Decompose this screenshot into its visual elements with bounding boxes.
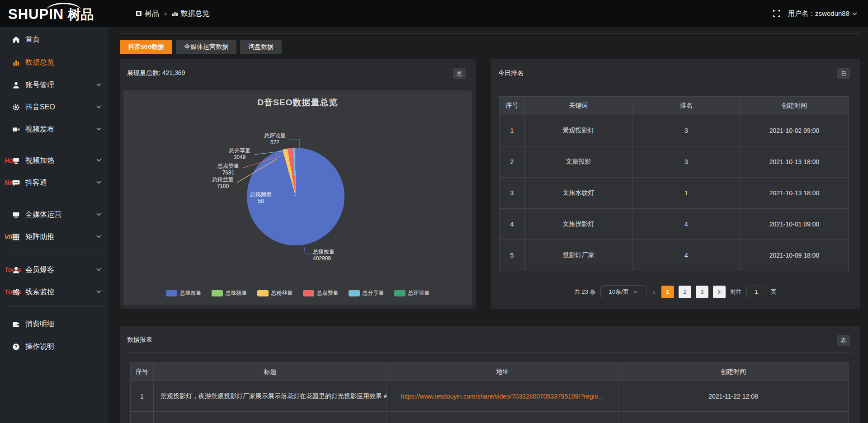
chevron-down-icon — [96, 159, 101, 162]
col-title: 标题 — [154, 363, 387, 381]
topbar-right: 用户名：zswodun88 — [773, 0, 857, 27]
col-created: 创建时间 — [618, 363, 849, 381]
page-unit-label: 页 — [771, 288, 777, 296]
rank-table-header-row: 序号 关键词 排名 创建时间 — [500, 97, 849, 115]
app-root: SHUPIN 树品 树品 > 数据总览 — [0, 0, 868, 423]
chevron-down-icon — [96, 213, 101, 216]
table-row[interactable]: 3 文旅水纹灯 1 2021-10-13 18:00 — [500, 178, 849, 209]
report-table: 序号 标题 地址 创建时间 1 景观投影灯，夜游景观投影灯厂家展示展示落花灯在花… — [130, 362, 849, 423]
report-card-header: 数据报表 表 — [120, 326, 860, 353]
mini-chart-icon — [172, 10, 178, 17]
sidebar-item-consumption[interactable]: 消费明细 — [0, 315, 108, 333]
video-link[interactable]: https://www.iesdouyin.com/share/video/70… — [401, 393, 604, 400]
divider — [126, 352, 854, 352]
legend-item[interactable]: 总分享量 — [349, 289, 384, 297]
sidebar-item-all-media[interactable]: 全媒体运营 — [0, 206, 108, 224]
sidebar-item-video-heat[interactable]: 视频加热 Hot — [0, 151, 108, 169]
legend-swatch — [166, 290, 177, 296]
breadcrumb: 树品 > 数据总览 — [136, 0, 210, 27]
total-view-button[interactable]: 总 — [453, 68, 466, 79]
app-square-icon — [136, 10, 142, 17]
table-row-partial — [131, 412, 849, 423]
video-icon — [12, 125, 20, 133]
table-view-button[interactable]: 表 — [837, 335, 850, 346]
col-index: 序号 — [131, 363, 154, 381]
pie-chart-panel: D音SEO数据量总览 总评论量572 总分享量3049 总点赞量7681 总粉丝… — [123, 90, 472, 305]
pie-label-fans: 总粉丝量7100 — [207, 176, 239, 190]
sidebar-item-matrix-boost[interactable]: 矩阵助推 VIP — [0, 228, 108, 246]
pie-label-likes: 总点赞量7681 — [212, 163, 244, 176]
rank-card: 今日排名 日 序号 关键词 排名 创建时间 1 景观投影灯 3 2021-10-… — [491, 59, 860, 309]
table-row[interactable]: 5 投影灯厂家 4 2021-10-09 18:00 — [500, 240, 849, 271]
chevron-down-icon — [96, 268, 101, 271]
chevron-down-icon — [96, 290, 101, 293]
pie-label-plays: 总播放量402909 — [313, 249, 349, 262]
breadcrumb-item-current[interactable]: 数据总览 — [172, 9, 210, 19]
user-icon — [12, 81, 20, 89]
chevron-down-icon — [96, 181, 101, 184]
sidebar-item-home[interactable]: 首页 — [0, 30, 108, 48]
pie-label-comments: 总评论量572 — [259, 132, 291, 146]
sliders-icon — [12, 288, 20, 296]
breadcrumb-item-home[interactable]: 树品 — [136, 9, 159, 19]
data-tabs: 抖音seo数据 全媒体运营数据 询盘数据 — [120, 40, 282, 54]
col-created: 创建时间 — [741, 97, 849, 115]
legend-swatch — [303, 290, 314, 296]
fullscreen-icon[interactable] — [773, 9, 781, 18]
sidebar-item-video-publish[interactable]: 视频发布 — [0, 120, 108, 138]
heat-icon — [12, 156, 20, 164]
svg-text:?: ? — [14, 344, 17, 349]
report-table-header-row: 序号 标题 地址 创建时间 — [131, 363, 849, 381]
rank-table: 序号 关键词 排名 创建时间 1 景观投影灯 3 2021-10-02 09:0… — [499, 96, 849, 271]
table-row[interactable]: 1 景观投影灯，夜游景观投影灯厂家展示展示落花灯在花园里的灯光投影应用效果 # … — [131, 381, 849, 412]
sidebar-item-douyin-seo[interactable]: 抖音SEO — [0, 98, 108, 116]
table-row[interactable]: 1 景观投影灯 3 2021-10-02 09:00 — [500, 115, 849, 146]
sidebar-item-account[interactable]: 账号管理 — [0, 76, 108, 94]
legend-item[interactable]: 总视频量 — [212, 289, 247, 297]
sidebar-divider — [5, 199, 104, 199]
chevron-down-icon — [96, 105, 101, 108]
page-size-select[interactable]: 10条/页 — [600, 285, 646, 298]
legend-swatch — [349, 290, 360, 296]
chevron-down-icon — [96, 235, 101, 238]
sidebar-item-douketong[interactable]: 抖客通 New — [0, 174, 108, 192]
legend-item[interactable]: 总粉丝量 — [257, 289, 293, 297]
legend-item[interactable]: 总评论量 — [394, 289, 430, 297]
sidebar-item-lead-monitor[interactable]: 线索监控 Tools — [0, 283, 108, 301]
legend-item[interactable]: 总播放量 — [166, 289, 202, 297]
legend-swatch — [394, 290, 406, 296]
chart-legend: 总播放量 总视频量 总粉丝量 总点赞量 总分享量 总评论量 — [123, 289, 472, 297]
sidebar-item-member-burst[interactable]: 会员爆客 Tools — [0, 261, 108, 279]
page-button-1[interactable]: 1 — [661, 286, 674, 298]
legend-item[interactable]: 总点赞量 — [303, 289, 339, 297]
tab-douyin-seo-data[interactable]: 抖音seo数据 — [120, 40, 172, 54]
prev-page-button[interactable]: ‹ — [651, 288, 657, 296]
home-icon — [12, 35, 20, 43]
report-card: 数据报表 表 序号 标题 地址 创建时间 1 景观投影灯，夜游景观投影灯厂家展示… — [120, 326, 860, 423]
goto-page-input[interactable] — [746, 286, 766, 298]
tab-all-media-data[interactable]: 全媒体运营数据 — [176, 40, 236, 54]
sidebar-item-data-overview[interactable]: 数据总览 — [0, 53, 108, 71]
tab-inquiry-data[interactable]: 询盘数据 — [240, 40, 282, 54]
overview-card: 展现量总数: 421,369 总 D音SEO数据量总览 总评论量572 总分享量… — [120, 59, 476, 309]
report-card-title: 数据报表 — [127, 336, 152, 344]
page-button-2[interactable]: 2 — [679, 286, 691, 298]
table-row[interactable]: 2 文旅投影 3 2021-10-13 18:00 — [500, 146, 849, 178]
page-button-3[interactable]: 3 — [696, 286, 708, 298]
breadcrumb-separator: > — [164, 10, 167, 17]
sidebar-item-instructions[interactable]: ? 操作说明 — [0, 338, 108, 356]
logo-arc — [46, 3, 81, 11]
logo: SHUPIN 树品 — [8, 5, 108, 24]
pie-label-shares: 总分享量3049 — [224, 147, 255, 161]
next-page-button[interactable] — [713, 286, 726, 298]
legend-swatch — [212, 290, 223, 296]
table-row[interactable]: 4 文旅投影灯 4 2021-10-01 09:00 — [500, 209, 849, 240]
col-url: 地址 — [387, 363, 618, 381]
chart-title: D音SEO数据量总览 — [123, 97, 472, 108]
monitor-icon — [12, 211, 20, 219]
grid-icon — [12, 233, 20, 241]
user-menu[interactable]: 用户名：zswodun88 — [788, 9, 857, 18]
rank-card-header: 今日排名 日 — [491, 59, 860, 86]
daily-view-button[interactable]: 日 — [837, 68, 850, 79]
help-icon: ? — [12, 343, 20, 351]
